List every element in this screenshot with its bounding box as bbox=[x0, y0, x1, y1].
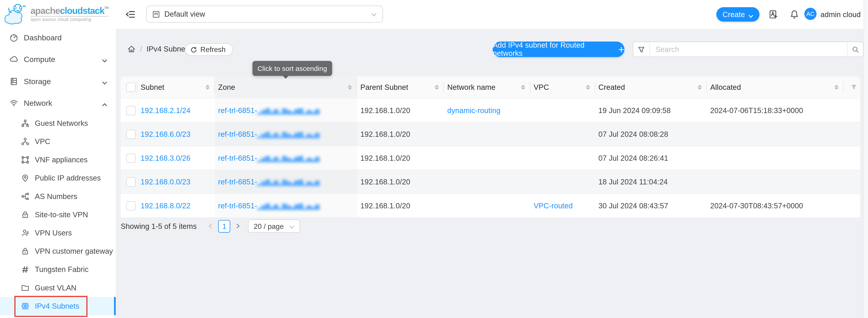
units-icon bbox=[21, 192, 29, 200]
zone-link[interactable]: ref-trl-6851-▂▅▇▃▆▂▇▅▃▆▇▂▅▃▆ bbox=[218, 178, 319, 186]
cell-subnet: 192.168.6.0/23 bbox=[137, 122, 215, 146]
zone-link[interactable]: ref-trl-6851-▂▅▇▃▆▂▇▅▃▆▇▂▅▃▆ bbox=[218, 130, 319, 138]
sidebar-item-storage[interactable]: Storage bbox=[0, 70, 116, 92]
column-label: Network name bbox=[447, 83, 496, 91]
cell-parent: 192.168.1.0/20 bbox=[357, 146, 444, 170]
sidebar-item-tungsten-fabric[interactable]: Tungsten Fabric bbox=[0, 260, 116, 279]
subnet-link[interactable]: 192.168.3.0/26 bbox=[141, 154, 190, 162]
column-header-subnet[interactable]: Subnet bbox=[137, 76, 215, 98]
search-filter-icon[interactable] bbox=[633, 42, 650, 57]
search-input[interactable] bbox=[650, 42, 847, 57]
chevron-down-icon bbox=[371, 11, 377, 17]
sidebar-item-public-ip-addresses[interactable]: Public IP addresses bbox=[0, 169, 116, 187]
column-filter-icon[interactable] bbox=[850, 84, 857, 91]
add-ipv4-subnet-button[interactable]: Add IPv4 subnet for Routed networks bbox=[493, 41, 624, 57]
cell-allocated: 2024-07-30T08:43:57+0000 bbox=[707, 194, 844, 217]
cell-parent: 192.168.1.0/20 bbox=[357, 170, 444, 193]
lock-icon bbox=[21, 211, 29, 219]
chevron-down-icon bbox=[289, 223, 294, 229]
zone-link[interactable]: ref-trl-6851-▂▅▇▃▆▂▇▅▃▆▇▂▅▃▆ bbox=[218, 106, 319, 114]
column-header-network-name[interactable]: Network name bbox=[444, 76, 530, 98]
user-name[interactable]: admin cloud bbox=[820, 10, 861, 19]
search-icon[interactable] bbox=[847, 42, 863, 57]
row-checkbox[interactable] bbox=[126, 129, 135, 139]
sidebar-item-vpc[interactable]: VPC bbox=[0, 133, 116, 151]
cell-network bbox=[444, 194, 530, 217]
sorter-icon[interactable] bbox=[834, 85, 839, 90]
subnet-link[interactable]: 192.168.0.0/23 bbox=[141, 178, 190, 186]
home-icon[interactable] bbox=[127, 45, 135, 53]
notifications-bell-icon[interactable] bbox=[789, 9, 800, 19]
row-checkbox[interactable] bbox=[126, 153, 135, 163]
pagination-next-icon[interactable] bbox=[233, 220, 243, 232]
redacted-zone-text: ▂▅▇▃▆▂▇▅▃▆▇▂▅▃▆ bbox=[257, 179, 319, 186]
zone-link[interactable]: ref-trl-6851-▂▅▇▃▆▂▇▅▃▆▇▂▅▃▆ bbox=[218, 154, 319, 162]
refresh-icon bbox=[190, 46, 197, 53]
create-button[interactable]: Create bbox=[716, 7, 760, 22]
pin-icon bbox=[21, 174, 29, 182]
sidebar-item-site-to-site-vpn[interactable]: Site-to-site VPN bbox=[0, 206, 116, 224]
sidebar-item-vnf-appliances[interactable]: VNF appliances bbox=[0, 151, 116, 169]
column-header-zone[interactable]: Zone bbox=[215, 76, 357, 98]
cell-vpc bbox=[530, 170, 595, 193]
table-body: 192.168.2.1/24ref-trl-6851-▂▅▇▃▆▂▇▅▃▆▇▂▅… bbox=[121, 99, 860, 218]
sidebar-item-label: Site-to-site VPN bbox=[35, 211, 88, 219]
cell-vpc bbox=[530, 99, 595, 122]
cell-parent: 192.168.1.0/20 bbox=[357, 122, 444, 146]
sidebar-collapse-icon[interactable] bbox=[125, 9, 135, 19]
user-avatar[interactable]: AC bbox=[804, 8, 816, 20]
sidebar-item-vpn-customer-gateway[interactable]: VPN customer gateway bbox=[0, 242, 116, 260]
pagination-page-1[interactable]: 1 bbox=[218, 220, 230, 233]
cell-subnet: 192.168.8.0/22 bbox=[137, 194, 215, 217]
select-all-checkbox[interactable] bbox=[126, 83, 135, 92]
column-header-parent-subnet[interactable]: Parent Subnet bbox=[357, 76, 444, 98]
vpc-link[interactable]: VPC-routed bbox=[534, 201, 572, 209]
cloud-icon bbox=[9, 55, 18, 64]
table-header-row: SubnetZoneParent SubnetNetwork nameVPCCr… bbox=[121, 76, 860, 98]
project-board-icon bbox=[152, 10, 160, 18]
column-header-vpc[interactable]: VPC bbox=[530, 76, 595, 98]
sidebar-item-guest-networks[interactable]: Guest Networks bbox=[0, 114, 116, 133]
sidebar-item-label: Guest Networks bbox=[35, 119, 88, 127]
network-link[interactable]: dynamic-routing bbox=[447, 106, 500, 114]
sidebar-item-dashboard[interactable]: Dashboard bbox=[0, 27, 116, 49]
row-checkbox[interactable] bbox=[126, 106, 135, 115]
column-header-allocated[interactable]: Allocated bbox=[707, 76, 844, 98]
cell-text: 192.168.1.0/20 bbox=[360, 154, 410, 162]
cell-network bbox=[444, 122, 530, 146]
plus-icon bbox=[618, 46, 624, 52]
sorter-icon[interactable] bbox=[435, 85, 439, 90]
sorter-icon[interactable] bbox=[347, 85, 352, 90]
sitemap-icon bbox=[21, 119, 29, 127]
column-header-created[interactable]: Created bbox=[595, 76, 707, 98]
sidebar-item-as-numbers[interactable]: AS Numbers bbox=[0, 187, 116, 206]
header-filter[interactable] bbox=[844, 76, 860, 98]
sorter-icon[interactable] bbox=[521, 85, 525, 90]
sorter-icon[interactable] bbox=[206, 85, 210, 90]
row-checkbox[interactable] bbox=[126, 177, 135, 186]
subnet-link[interactable]: 192.168.8.0/22 bbox=[141, 201, 190, 209]
sorter-icon[interactable] bbox=[586, 85, 590, 90]
page-size-select[interactable]: 20 / page bbox=[248, 219, 300, 233]
header-checkbox bbox=[121, 76, 137, 98]
cell-zone: ref-trl-6851-▂▅▇▃▆▂▇▅▃▆▇▂▅▃▆ bbox=[215, 99, 357, 122]
zone-link[interactable]: ref-trl-6851-▂▅▇▃▆▂▇▅▃▆▇▂▅▃▆ bbox=[218, 201, 319, 209]
refresh-button[interactable]: Refresh bbox=[185, 43, 233, 56]
sorter-icon[interactable] bbox=[698, 85, 702, 90]
sidebar-item-ipv4-subnets[interactable]: IPv4 Subnets bbox=[0, 297, 116, 315]
cell-text: 07 Jul 2024 08:08:28 bbox=[598, 130, 668, 138]
logo-trademark: TM bbox=[104, 6, 108, 9]
sidebar-item-compute[interactable]: Compute bbox=[0, 49, 116, 70]
subnet-link[interactable]: 192.168.6.0/23 bbox=[141, 130, 190, 138]
subnet-link[interactable]: 192.168.2.1/24 bbox=[141, 106, 190, 114]
scrollbar[interactable] bbox=[864, 0, 868, 318]
redacted-zone-text: ▂▅▇▃▆▂▇▅▃▆▇▂▅▃▆ bbox=[257, 202, 319, 210]
sidebar-item-vpn-users[interactable]: VPN Users bbox=[0, 224, 116, 242]
database-icon bbox=[9, 77, 18, 86]
pagination-prev-icon[interactable] bbox=[206, 220, 216, 232]
sidebar-item-network[interactable]: Network bbox=[0, 92, 116, 114]
row-checkbox[interactable] bbox=[126, 201, 135, 210]
view-selector[interactable]: Default view bbox=[146, 5, 383, 23]
sidebar-item-guest-vlan[interactable]: Guest VLAN bbox=[0, 279, 116, 297]
translate-icon[interactable] bbox=[769, 9, 778, 19]
